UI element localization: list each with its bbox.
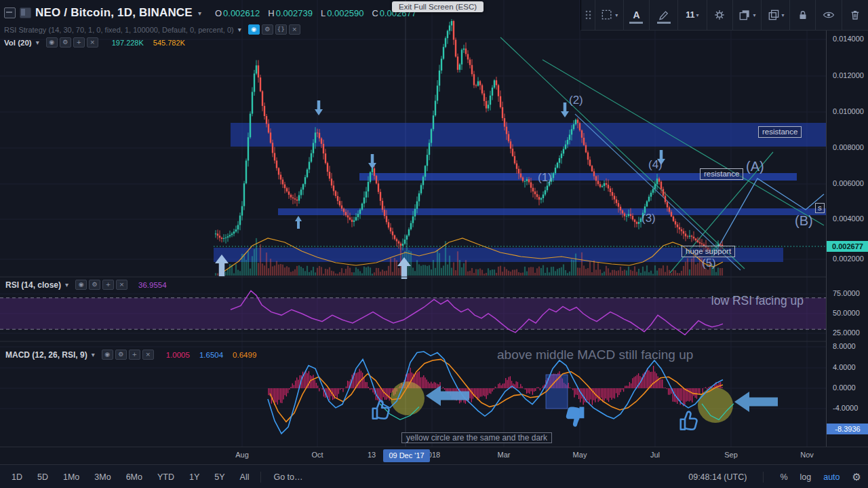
time-tick-label: Mar <box>484 451 524 459</box>
chevron-down-icon[interactable]: ▾ <box>65 281 68 288</box>
macd-indicator-label[interactable]: MACD (12, 26, RSI, 9) <box>5 350 87 360</box>
low-label: L <box>321 8 326 18</box>
gear-icon <box>713 8 726 22</box>
eye-icon[interactable]: ◉ <box>102 350 113 360</box>
chevron-down-icon[interactable]: ▾ <box>92 351 95 358</box>
chevron-down-icon[interactable]: ▾ <box>238 26 241 33</box>
restore-window-icon[interactable] <box>4 7 16 18</box>
axis-tick-label: -4.0000 <box>833 404 858 412</box>
chevron-down-icon[interactable]: ▾ <box>198 10 201 17</box>
wave-label-a[interactable]: (A) <box>746 159 764 174</box>
chevron-down-icon[interactable]: ▾ <box>36 39 39 46</box>
gear-icon[interactable]: ⚙ <box>262 24 273 35</box>
goto-button[interactable]: Go to… <box>265 470 311 485</box>
brush-color-button[interactable] <box>650 0 678 30</box>
support-label-clipped[interactable]: s <box>815 203 825 213</box>
text-color-icon: A <box>633 11 639 19</box>
rsi-icon-row: ◉⚙+× <box>75 280 127 290</box>
range-button-1d[interactable]: 1D <box>4 470 30 485</box>
wave-label-1[interactable]: (1) <box>538 171 552 185</box>
delete-button[interactable] <box>842 0 868 30</box>
toolbar-drag-handle[interactable] <box>581 0 595 30</box>
range-buttons: 1D5D1Mo3Mo6MoYTD1Y5YAll <box>4 470 256 485</box>
axis-tick-label: 0.008000 <box>833 143 864 151</box>
rsi-indicator-label[interactable]: RSI (14, close) <box>5 280 61 290</box>
chart-style-icon[interactable] <box>20 7 31 18</box>
axis-tick-label: 0.006000 <box>833 179 864 187</box>
layer-order-button[interactable]: ▾ <box>733 0 762 30</box>
lock-button[interactable] <box>790 0 816 30</box>
range-button-6mo[interactable]: 6Mo <box>119 470 150 485</box>
time-tick-label: Jul <box>635 451 675 459</box>
eye-icon[interactable]: ◉ <box>46 37 58 48</box>
wave-label-2[interactable]: (2) <box>569 94 583 107</box>
range-button-1mo[interactable]: 1Mo <box>56 470 87 485</box>
huge-support-label[interactable]: huge support <box>682 246 735 257</box>
hide-button[interactable] <box>816 0 842 30</box>
open-value: 0.002612 <box>223 8 260 18</box>
log-scale-button[interactable]: log <box>800 472 812 482</box>
axis-tick-label: 0.0000 <box>833 383 856 392</box>
wave-label-b[interactable]: (B) <box>795 213 813 229</box>
axis-tick-label: 0.010000 <box>833 107 864 115</box>
clone-button[interactable]: ▾ <box>762 0 790 30</box>
rsi-annotation-text[interactable]: low RSI facing up <box>675 294 804 308</box>
plus-icon[interactable]: + <box>102 280 114 290</box>
range-button-5d[interactable]: 5D <box>30 470 56 485</box>
eye-icon[interactable]: ◉ <box>75 280 87 290</box>
plus-icon[interactable]: + <box>73 37 85 48</box>
text-color-button[interactable]: A <box>624 0 650 30</box>
range-button-5y[interactable]: 5Y <box>207 470 232 485</box>
price-axis[interactable]: 0.0140000.0120000.0100000.0080000.006000… <box>826 0 868 447</box>
font-size-button[interactable]: 11 ▾ <box>678 0 707 30</box>
axis-tick-label: 0.012000 <box>833 71 864 79</box>
yellow-circle-note[interactable]: yellow circle are the same and the dark <box>401 432 552 443</box>
resistance-label-mid[interactable]: resistance <box>700 168 743 180</box>
settings-button[interactable] <box>707 0 733 30</box>
range-button-ytd[interactable]: YTD <box>150 470 182 485</box>
axis-tick-label: 0.002000 <box>833 255 864 263</box>
plus-icon[interactable]: + <box>129 350 140 360</box>
chart-canvas[interactable] <box>0 0 826 447</box>
strategy-row: RSI Strategy (14, 30, 70, 1, 0, fixed, 1… <box>4 24 304 35</box>
chevron-down-icon: ▾ <box>696 12 699 18</box>
clock-display[interactable]: 09:48:14 (UTC) <box>688 472 747 482</box>
percent-scale-button[interactable]: % <box>780 472 787 482</box>
volume-ma1-value: 197.228K <box>112 39 144 47</box>
wave-label-3[interactable]: (3) <box>642 212 656 225</box>
auto-scale-button[interactable]: auto <box>823 472 840 482</box>
close-icon[interactable]: × <box>289 24 300 35</box>
close-icon[interactable]: × <box>87 37 98 48</box>
gear-icon[interactable]: ⚙ <box>60 37 71 48</box>
time-tick-label: Sep <box>711 451 751 459</box>
close-icon[interactable]: × <box>116 280 127 290</box>
volume-icon-row: ◉⚙+× <box>46 37 98 48</box>
gear-icon[interactable]: ⚙ <box>89 280 100 290</box>
symbol-title[interactable]: NEO / Bitcoin, 1D, BINANCE <box>35 6 193 20</box>
pencil-icon <box>657 9 671 21</box>
range-button-1y[interactable]: 1Y <box>182 470 207 485</box>
close-label: C <box>372 8 378 18</box>
resistance-label-upper[interactable]: resistance <box>758 126 802 138</box>
range-button-all[interactable]: All <box>233 470 257 485</box>
wave-label-5[interactable]: (5) <box>702 257 716 270</box>
strategy-label[interactable]: RSI Strategy (14, 30, 70, 1, 0, fixed, 1… <box>4 26 234 34</box>
last-price-badge: 0.002677 <box>827 241 868 252</box>
time-axis[interactable]: AugOct132018MarMayJulSepNov 09 Dec '17 <box>0 447 868 465</box>
chart-settings-gear-icon[interactable]: ⚙ <box>852 471 861 483</box>
chevron-down-icon: ▾ <box>782 12 785 18</box>
volume-indicator-label[interactable]: Vol (20) <box>4 39 32 47</box>
wave-label-4[interactable]: (4) <box>648 158 663 172</box>
range-button-3mo[interactable]: 3Mo <box>87 470 118 485</box>
selection-style-button[interactable]: ▾ <box>595 0 624 30</box>
code-icon[interactable]: {} <box>275 24 287 35</box>
macd-annotation-text[interactable]: above middle MACD still facing up <box>497 348 693 362</box>
eye-icon[interactable]: ◉ <box>248 24 260 35</box>
eye-icon <box>822 9 835 21</box>
close-icon[interactable]: × <box>142 350 154 360</box>
macd-hist-value: 1.0005 <box>166 351 190 359</box>
high-label: H <box>268 8 274 18</box>
drawing-toolbar: ▾ A 11 ▾ ▾ ▾ <box>580 0 868 31</box>
symbol-header: NEO / Bitcoin, 1D, BINANCE ▾ O0.002612 H… <box>4 6 416 20</box>
gear-icon[interactable]: ⚙ <box>115 350 127 360</box>
